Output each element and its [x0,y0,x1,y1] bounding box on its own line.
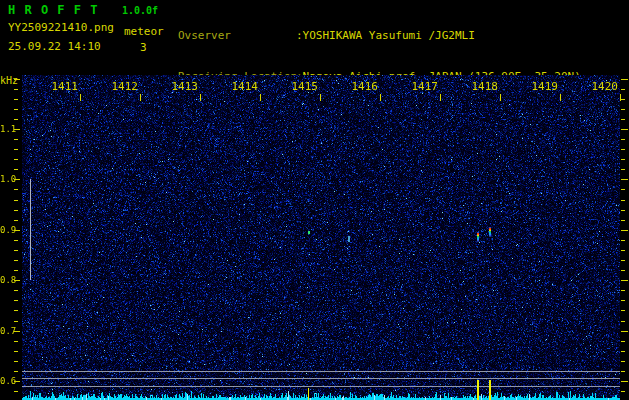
y-axis-tick-right [621,290,625,291]
x-axis-label: 1415 [279,81,318,92]
y-axis-tick-right [621,210,625,211]
y-axis-tick [14,79,20,80]
y-axis-tick [14,321,18,322]
y-axis-tick-right [621,149,625,150]
app-version: 1.0.0f [122,5,158,16]
y-axis-tick [14,290,18,291]
y-axis-tick [14,210,18,211]
y-axis-tick-right [621,250,625,251]
y-axis-tick [14,99,18,100]
y-axis-tick-right [621,230,628,231]
y-axis-tick [14,250,18,251]
y-axis-tick-right [621,300,625,301]
y-axis-tick [14,310,18,311]
y-axis-tick [14,300,18,301]
meteor-count: 3 [140,41,147,54]
y-axis-tick-right [621,109,625,110]
y-axis-tick-right [621,79,628,80]
x-axis-tick [140,94,141,101]
y-axis-tick [14,220,18,221]
y-axis-tick-right [621,159,625,160]
y-axis-tick [14,361,18,362]
y-axis-tick-right [621,351,625,352]
x-axis-tick [440,94,441,101]
y-axis-label: 0.8 [0,276,14,285]
x-axis-label: 1413 [159,81,198,92]
y-axis-tick [14,89,18,90]
x-axis-tick [560,94,561,101]
output-filename: YY2509221410.png [8,21,114,34]
info-row: Ovserver:YOSHIKAWA Yasufumi /JG2MLI [178,29,607,43]
y-axis-tick-right [621,240,625,241]
y-axis-tick-right [621,321,625,322]
y-axis-tick-right [621,391,625,392]
x-axis-label: 1412 [99,81,138,92]
y-axis-tick-right [621,310,625,311]
y-axis-unit: kHz [0,75,18,86]
x-axis-tick [200,94,201,101]
x-axis-label: 1419 [519,81,558,92]
y-axis-tick-right [621,99,625,100]
x-axis-tick [80,94,81,101]
y-axis-tick-right [621,139,625,140]
y-axis-tick-right [621,129,628,130]
y-axis-tick [14,139,18,140]
x-axis-label: 1416 [339,81,378,92]
y-axis-tick-right [621,270,625,271]
y-axis-label: 0.9 [0,226,14,235]
datetime: 25.09.22 14:10 [8,40,101,53]
y-axis-tick [14,149,18,150]
x-axis-tick [320,94,321,101]
y-axis-tick-right [621,189,625,190]
x-axis-tick [260,94,261,101]
y-axis-tick-right [621,220,625,221]
app-title: H R O F F T [8,3,98,17]
y-axis-tick-right [621,260,625,261]
y-axis-label: 1.0 [0,175,14,184]
y-axis-tick-right [621,119,625,120]
y-axis-tick-right [621,169,625,170]
y-axis-label: 0.7 [0,327,14,336]
y-axis-tick-right [621,371,625,372]
y-axis-tick-right [621,341,625,342]
x-axis-label: 1420 [579,81,618,92]
x-axis-label: 1418 [459,81,498,92]
y-axis-label: 0.6 [0,377,14,386]
y-axis-tick [14,189,18,190]
x-axis-tick [380,94,381,101]
info-value: :YOSHIKAWA Yasufumi /JG2MLI [296,29,475,42]
x-axis-label: 1417 [399,81,438,92]
y-axis-tick [14,109,18,110]
y-axis-label: 1.1 [0,125,14,134]
x-axis-label: 1414 [219,81,258,92]
y-axis-tick [14,391,18,392]
spectrogram-canvas [22,75,620,400]
y-axis-tick [14,351,18,352]
y-axis-tick-right [621,89,625,90]
hrofft-window: H R O F F T 1.0.0f YY2509221410.png mete… [0,0,629,400]
y-axis-tick-right [621,179,628,180]
y-axis-tick-right [621,381,628,382]
y-axis-tick [14,341,18,342]
y-axis-tick-right [621,280,628,281]
y-axis-tick [14,200,18,201]
x-axis-label: 1411 [39,81,78,92]
y-axis-tick [14,371,18,372]
x-axis-tick [500,94,501,101]
y-axis-tick [14,260,18,261]
mode-label: meteor [124,25,164,38]
x-axis-tick [620,94,621,101]
y-axis-tick [14,169,18,170]
y-axis-tick [14,119,18,120]
y-axis-tick [14,159,18,160]
info-label: Ovserver [178,29,296,43]
y-axis-tick [14,270,18,271]
y-axis-tick [14,240,18,241]
y-axis-tick-right [621,331,628,332]
y-axis-tick-right [621,200,625,201]
y-axis-tick-right [621,361,625,362]
